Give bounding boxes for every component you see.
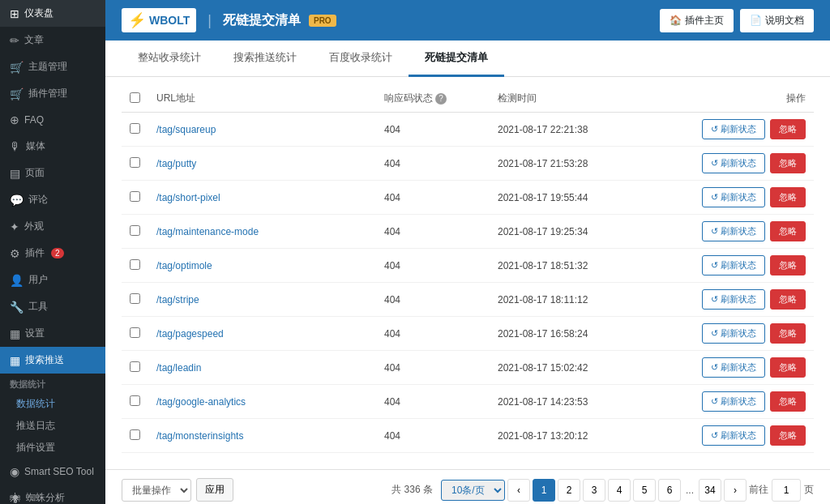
page-6-button[interactable]: 6	[658, 479, 681, 502]
sidebar-item-label: 设置	[25, 327, 45, 340]
page-next-button[interactable]: ›	[724, 479, 747, 502]
ignore-button[interactable]: 忽略	[770, 153, 806, 173]
refresh-label: 刷新状态	[721, 327, 756, 340]
row-url-link[interactable]: /tag/maintenance-mode	[156, 226, 259, 237]
sidebar-item-search-push[interactable]: ▦ 搜索推送	[0, 347, 105, 374]
row-checkbox[interactable]	[130, 327, 140, 338]
ignore-button[interactable]: 忽略	[770, 391, 806, 412]
row-checkbox-cell	[122, 181, 148, 215]
page-2-button[interactable]: 2	[558, 479, 580, 502]
refresh-status-button[interactable]: ↺ 刷新状态	[702, 425, 765, 446]
pages-icon: ▤	[10, 167, 20, 180]
tab-search-push-stats[interactable]: 搜索推送统计	[217, 41, 313, 77]
refresh-status-button[interactable]: ↺ 刷新状态	[702, 153, 765, 173]
row-url-link[interactable]: /tag/putty	[156, 158, 196, 169]
sidebar-item-settings[interactable]: ▦ 设置	[0, 320, 105, 347]
row-checkbox[interactable]	[130, 361, 140, 372]
plugin-home-button[interactable]: 🏠 插件主页	[660, 9, 734, 32]
row-url-link[interactable]: /tag/pagespeed	[156, 328, 224, 340]
row-url-link[interactable]: /tag/optimole	[156, 260, 212, 271]
ignore-button[interactable]: 忽略	[770, 357, 806, 378]
refresh-status-button[interactable]: ↺ 刷新状态	[702, 391, 765, 412]
sidebar-item-media[interactable]: 🎙 媒体	[0, 133, 105, 160]
row-checkbox[interactable]	[130, 157, 140, 168]
tab-dead-links[interactable]: 死链提交清单	[409, 41, 504, 77]
sidebar-item-appearance[interactable]: ✦ 外观	[0, 213, 105, 240]
refresh-status-button[interactable]: ↺ 刷新状态	[702, 119, 765, 139]
refresh-status-button[interactable]: ↺ 刷新状态	[702, 357, 765, 378]
header: ⚡ WBOLT | 死链提交清单 PRO 🏠 插件主页 📄 说明文档	[105, 0, 830, 41]
page-1-button[interactable]: 1	[533, 479, 555, 502]
row-url-link[interactable]: /tag/short-pixel	[156, 192, 220, 203]
sidebar-sub-push-log[interactable]: 推送日志	[0, 415, 105, 437]
page-3-button[interactable]: 3	[583, 479, 605, 502]
sidebar-item-tools[interactable]: 🔧 工具	[0, 293, 105, 320]
ignore-button[interactable]: 忽略	[770, 221, 806, 241]
status-info-icon[interactable]: ?	[435, 93, 447, 105]
table-row: /tag/stripe 404 2021-08-17 18:11:12 ↺ 刷新…	[122, 283, 814, 317]
sidebar-sub-data-stats[interactable]: 数据统计	[0, 393, 105, 415]
row-url-link[interactable]: /tag/squareup	[156, 124, 216, 135]
ignore-button[interactable]: 忽略	[770, 187, 806, 207]
ignore-button[interactable]: 忽略	[770, 323, 806, 344]
docs-button[interactable]: 📄 说明文档	[740, 9, 814, 32]
sidebar-item-pages[interactable]: ▤ 页面	[0, 160, 105, 186]
sidebar-item-plugins[interactable]: ⚙ 插件 2	[0, 240, 105, 267]
ignore-button[interactable]: 忽略	[770, 425, 806, 446]
sidebar-sub-plugin-settings[interactable]: 插件设置	[0, 437, 105, 459]
page-prev-button[interactable]: ‹	[507, 479, 530, 502]
row-url-cell: /tag/short-pixel	[148, 181, 376, 215]
row-status-cell: 404	[376, 147, 490, 181]
refresh-status-button[interactable]: ↺ 刷新状态	[702, 221, 765, 241]
sidebar-item-users[interactable]: 👤 用户	[0, 267, 105, 293]
row-checkbox[interactable]	[130, 293, 140, 304]
sidebar-item-label: FAQ	[24, 114, 44, 126]
row-url-link[interactable]: /tag/leadin	[156, 362, 201, 374]
row-checkbox[interactable]	[130, 259, 140, 270]
sidebar-item-label: 文章	[24, 33, 44, 47]
ignore-button[interactable]: 忽略	[770, 289, 806, 310]
refresh-label: 刷新状态	[721, 361, 756, 374]
logo-text: WBOLT	[149, 14, 190, 27]
row-action-cell: ↺ 刷新状态 忽略	[652, 385, 814, 419]
bulk-action-select[interactable]: 批量操作	[122, 479, 191, 502]
refresh-status-button[interactable]: ↺ 刷新状态	[702, 323, 765, 344]
select-all-checkbox[interactable]	[130, 92, 140, 103]
refresh-status-button[interactable]: ↺ 刷新状态	[702, 187, 765, 207]
table-row: /tag/google-analytics 404 2021-08-17 14:…	[122, 385, 814, 419]
sidebar-item-theme-mgmt[interactable]: 🛒 主题管理	[0, 53, 105, 80]
row-url-cell: /tag/maintenance-mode	[148, 215, 376, 249]
row-url-link[interactable]: /tag/stripe	[156, 294, 199, 305]
row-checkbox[interactable]	[130, 429, 140, 440]
apply-button[interactable]: 应用	[196, 478, 233, 502]
refresh-status-button[interactable]: ↺ 刷新状态	[702, 255, 765, 275]
sidebar-item-plugin-mgmt[interactable]: 🛒 插件管理	[0, 80, 105, 107]
row-checkbox[interactable]	[130, 395, 140, 406]
tab-baidu-stats[interactable]: 百度收录统计	[313, 41, 409, 77]
sidebar-item-faq[interactable]: ⊕ FAQ	[0, 107, 105, 133]
tab-site-stats[interactable]: 整站收录统计	[122, 41, 217, 77]
row-time-cell: 2021-08-17 21:53:28	[490, 147, 652, 181]
row-checkbox[interactable]	[130, 191, 140, 202]
tools-icon: 🔧	[10, 301, 24, 314]
page-4-button[interactable]: 4	[608, 479, 631, 502]
ignore-button[interactable]: 忽略	[770, 255, 806, 275]
sidebar-item-spider[interactable]: 🕷 蜘蛛分析	[0, 485, 105, 504]
row-checkbox[interactable]	[130, 123, 140, 134]
total-count: 共 336 条	[391, 483, 433, 497]
row-action-cell: ↺ 刷新状态 忽略	[652, 249, 814, 283]
ignore-button[interactable]: 忽略	[770, 119, 806, 139]
table-row: /tag/putty 404 2021-08-17 21:53:28 ↺ 刷新状…	[122, 147, 814, 181]
row-url-link[interactable]: /tag/monsterinsights	[156, 430, 243, 442]
page-34-button[interactable]: 34	[699, 479, 721, 502]
sidebar-item-dashboard[interactable]: ⊞ 仪表盘	[0, 0, 105, 27]
sidebar-item-smart-seo[interactable]: ◉ Smart SEO Tool	[0, 459, 105, 485]
sidebar-item-posts[interactable]: ✏ 文章	[0, 27, 105, 53]
refresh-status-button[interactable]: ↺ 刷新状态	[702, 289, 765, 310]
page-size-select[interactable]: 10条/页 20条/页 50条/页	[441, 480, 505, 501]
goto-input[interactable]	[772, 479, 801, 502]
page-5-button[interactable]: 5	[633, 479, 656, 502]
row-checkbox[interactable]	[130, 225, 140, 236]
row-url-link[interactable]: /tag/google-analytics	[156, 396, 246, 408]
sidebar-item-comments[interactable]: 💬 评论	[0, 186, 105, 213]
